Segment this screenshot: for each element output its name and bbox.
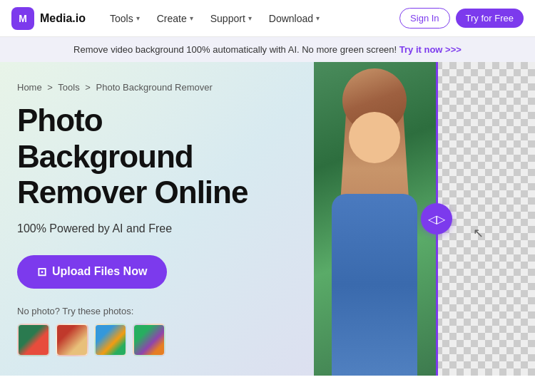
nav-item-support[interactable]: Support ▾ xyxy=(203,9,259,29)
logo[interactable]: M Media.io xyxy=(11,7,86,30)
chevron-down-icon: ▾ xyxy=(248,14,252,22)
sample-thumb-2[interactable] xyxy=(56,324,88,356)
logo-icon: M xyxy=(11,7,34,30)
nav-item-create[interactable]: Create ▾ xyxy=(150,9,200,29)
sample-label: No photo? Try these photos: xyxy=(17,306,282,316)
chevron-down-icon: ▾ xyxy=(190,14,193,22)
breadcrumb-home[interactable]: Home xyxy=(17,82,42,93)
signup-button[interactable]: Try for Free xyxy=(456,9,524,28)
original-photo xyxy=(314,62,436,376)
page-title: Photo Background Remover Online xyxy=(17,103,282,211)
nav-right: Sign In Try for Free xyxy=(399,8,524,29)
sample-thumbs xyxy=(17,324,282,356)
upload-icon: ⊡ xyxy=(37,265,46,279)
nav-item-tools[interactable]: Tools ▾ xyxy=(103,9,147,29)
breadcrumb-current: Photo Background Remover xyxy=(96,82,213,93)
nav-item-download[interactable]: Download ▾ xyxy=(262,9,327,29)
sample-thumb-3[interactable] xyxy=(94,324,127,356)
navbar: M Media.io Tools ▾ Create ▾ Support ▾ Do… xyxy=(0,0,535,37)
breadcrumb-tools[interactable]: Tools xyxy=(58,82,79,93)
sample-thumb-4[interactable] xyxy=(133,324,165,356)
breadcrumb: Home > Tools > Photo Background Remover xyxy=(17,82,282,93)
chevron-down-icon: ▾ xyxy=(136,14,140,22)
left-panel: Home > Tools > Photo Background Remover … xyxy=(0,62,300,376)
comparison-handle[interactable]: ◁▷ xyxy=(421,203,452,234)
comparison-container: ◁▷ ↖ xyxy=(314,62,535,376)
subtitle: 100% Powered by AI and Free xyxy=(17,222,282,235)
signin-button[interactable]: Sign In xyxy=(399,8,449,29)
comparison-divider: ◁▷ xyxy=(436,62,438,376)
chevron-down-icon: ▾ xyxy=(316,14,320,22)
banner-link[interactable]: Try it now >>> xyxy=(399,44,462,55)
sample-thumb-1[interactable] xyxy=(17,324,50,356)
logo-text: Media.io xyxy=(40,12,86,25)
nav-items: Tools ▾ Create ▾ Support ▾ Download ▾ xyxy=(103,9,399,29)
upload-button[interactable]: ⊡ Upload Files Now xyxy=(17,255,167,289)
promo-banner: Remove video background 100% automatical… xyxy=(0,37,535,62)
main-section: Home > Tools > Photo Background Remover … xyxy=(0,62,535,376)
image-comparison[interactable]: ◁▷ ↖ xyxy=(314,62,535,376)
handle-icon: ◁▷ xyxy=(428,212,445,226)
